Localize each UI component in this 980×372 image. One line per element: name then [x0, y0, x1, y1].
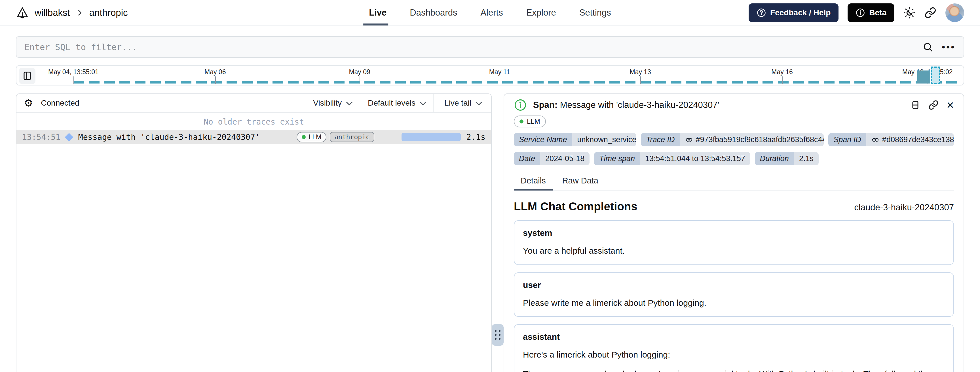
trace-list-header: ⚙ Connected Visibility Default levels Li…: [16, 94, 491, 113]
tab-alerts[interactable]: Alerts: [480, 0, 503, 25]
message-content: You are a helpful assistant.: [523, 245, 945, 257]
beta-button[interactable]: Beta: [848, 3, 894, 22]
trace-duration: 2.1s: [466, 133, 485, 142]
theme-toggle-button[interactable]: [904, 7, 915, 19]
meta-label: Service Name: [514, 133, 572, 146]
date-badge: Date 2024-05-18: [514, 152, 590, 165]
sun-moon-icon: [904, 7, 915, 19]
meta-label: Trace ID: [641, 133, 680, 146]
feedback-help-button[interactable]: Feedback / Help: [749, 3, 838, 22]
search-icon[interactable]: [923, 42, 933, 52]
trace-list-controls: Visibility Default levels Live tail: [305, 94, 491, 112]
user-avatar[interactable]: [945, 3, 964, 22]
service-name-badge: Service Name unknown_service: [514, 133, 636, 146]
meta-label: Date: [514, 152, 540, 165]
timeline-dashed-series: [73, 81, 960, 84]
trace-row[interactable]: 13:54:51 Message with 'claude-3-haiku-20…: [16, 130, 491, 144]
span-header-actions: ×: [910, 99, 954, 111]
meta-value[interactable]: #973fba5919cf9c618aafdb2635f68c44: [680, 133, 824, 146]
timeline-chart[interactable]: May 04, 13:55:01 May 06 May 09 May 11 Ma…: [16, 65, 964, 85]
live-tail-label: Live tail: [444, 98, 471, 108]
link-icon: [924, 7, 936, 19]
trace-type-label: LLM: [309, 133, 321, 141]
logo-icon[interactable]: [16, 6, 29, 19]
visibility-label: Visibility: [313, 98, 342, 108]
default-levels-dropdown[interactable]: Default levels: [359, 94, 433, 112]
span-info-icon: [514, 98, 527, 112]
timeline-tick-label: May 04, 13:55:01: [48, 68, 99, 76]
visibility-dropdown[interactable]: Visibility: [305, 94, 359, 112]
grip-dots-icon: [495, 330, 501, 340]
breadcrumb-chevron-icon: [76, 9, 84, 17]
breadcrumb-project[interactable]: anthropic: [89, 7, 128, 18]
meta-label: Span ID: [828, 133, 866, 146]
chevron-down-icon: [346, 99, 352, 106]
trace-title: Message with 'claude-3-haiku-20240307': [78, 133, 260, 142]
section-title: LLM Chat Completions: [514, 200, 638, 213]
span-type-badge: LLM: [514, 116, 546, 127]
timeline-histogram-bar: [917, 71, 931, 84]
trace-timestamp: 13:54:51: [22, 133, 60, 142]
message-role: assistant: [523, 332, 945, 342]
trace-type-badge: LLM: [297, 132, 326, 142]
tab-raw-data[interactable]: Raw Data: [555, 173, 605, 190]
breadcrumb-org[interactable]: willbakst: [35, 7, 70, 18]
span-type-label: LLM: [527, 117, 540, 125]
message-card-assistant: assistant Here's a limerick about Python…: [514, 324, 954, 372]
span-header: Span: Message with 'claude-3-haiku-20240…: [514, 95, 954, 115]
default-levels-label: Default levels: [368, 98, 415, 108]
trace-list-panel: ⚙ Connected Visibility Default levels Li…: [16, 93, 492, 372]
span-meta-row-1: Service Name unknown_service Trace ID #9…: [514, 133, 954, 146]
meta-label: Duration: [755, 152, 794, 165]
meta-value[interactable]: #d08697de343ce138: [866, 133, 954, 146]
tab-explore[interactable]: Explore: [526, 0, 557, 25]
message-content: Here's a limerick about Python logging:: [523, 348, 945, 361]
message-card-system: system You are a helpful assistant.: [514, 220, 954, 265]
tab-live[interactable]: Live: [368, 0, 387, 25]
span-name: Message with 'claude-3-haiku-20240307': [560, 100, 719, 110]
span-meta-row-2: Date 2024-05-18 Time span 13:54:51.044 t…: [514, 152, 954, 165]
live-tail-dropdown[interactable]: Live tail: [433, 94, 491, 112]
top-nav: willbakst anthropic Live Dashboards Aler…: [0, 0, 980, 26]
message-role: user: [523, 280, 945, 290]
span-id-badge: Span ID #d08697de343ce138: [828, 133, 954, 146]
completions-section-header: LLM Chat Completions claude-3-haiku-2024…: [514, 200, 954, 213]
panel-divider: [497, 93, 498, 372]
close-icon[interactable]: ×: [947, 99, 954, 111]
gear-icon[interactable]: ⚙: [24, 98, 33, 108]
sql-filter-input[interactable]: [24, 42, 917, 52]
green-dot-icon: [302, 135, 306, 139]
link-icon: [872, 136, 879, 144]
sidebar-toggle-button[interactable]: [19, 68, 35, 84]
resize-drag-handle[interactable]: [492, 324, 504, 346]
duration-badge: Duration 2.1s: [755, 152, 819, 165]
no-older-traces-message: No older traces exist: [16, 113, 491, 130]
share-link-button[interactable]: [924, 7, 936, 19]
link-icon: [685, 136, 693, 144]
model-name: claude-3-haiku-20240307: [854, 203, 954, 213]
filter-more-menu[interactable]: •••: [942, 43, 956, 52]
meta-value: unknown_service: [572, 133, 636, 146]
tab-settings[interactable]: Settings: [579, 0, 612, 25]
tab-dashboards[interactable]: Dashboards: [409, 0, 458, 25]
timeline-selection-region[interactable]: [931, 66, 940, 84]
tab-details[interactable]: Details: [514, 173, 553, 190]
timeline-tick-label: May 11: [489, 68, 510, 76]
chevron-down-icon: [476, 99, 482, 106]
trace-duration-bar: [401, 133, 461, 141]
message-card-user: user Please write me a limerick about Py…: [514, 272, 954, 317]
trace-badges: LLM anthropic: [297, 132, 374, 142]
copy-link-icon[interactable]: [928, 100, 939, 110]
question-circle-icon: [757, 8, 766, 17]
timeline-tick-label: May 13: [630, 68, 651, 76]
message-content: Please write me a limerick about Python …: [523, 297, 945, 309]
chevron-down-icon: [420, 99, 426, 106]
split-view-icon[interactable]: [910, 100, 920, 110]
message-content: There once was a coder who knew, Logging…: [523, 368, 945, 372]
time-span-value: 13:54:51.044 to 13:54:53.157: [645, 154, 745, 163]
timeline-axis: May 04, 13:55:01 May 06 May 09 May 11 Ma…: [52, 66, 960, 85]
green-dot-icon: [520, 119, 523, 123]
connection-status: Connected: [41, 98, 79, 108]
breadcrumb: willbakst anthropic: [16, 6, 127, 19]
meta-value: 2.1s: [794, 152, 819, 165]
